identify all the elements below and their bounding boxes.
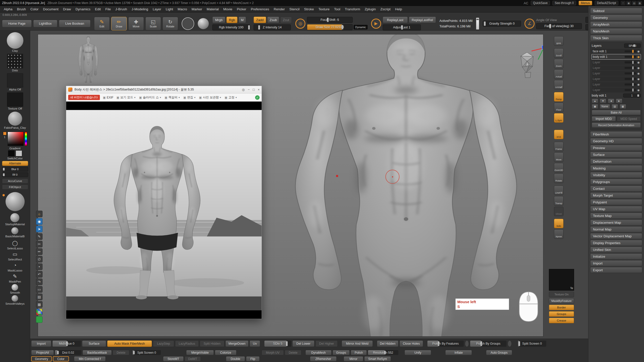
move-button[interactable]: Move	[554, 152, 564, 162]
layer-eye-icon[interactable]: ◉	[637, 66, 640, 70]
menu-item[interactable]: File	[103, 6, 113, 13]
import-mdd-button[interactable]: Import MDD	[592, 116, 616, 121]
brush-smoothvalleys[interactable]: SmoothValleys	[6, 295, 25, 305]
layer-arrow-button[interactable]: ◄	[608, 99, 614, 103]
menu-item[interactable]: J-Modeling	[129, 6, 150, 13]
bottom-bar-item[interactable]: MergeDown	[225, 340, 249, 347]
current-layer-name[interactable]: body edit 1	[592, 94, 622, 97]
xyz-button[interactable]: XYZ	[554, 130, 564, 139]
persp-button[interactable]: Persp	[554, 92, 564, 102]
bottom-bar-item[interactable]: Dist 0.02	[55, 350, 82, 355]
document-viewport[interactable]: Body 사진 레퍼런스 > 26e1c1eef58ae9ab0122abd39…	[38, 34, 543, 337]
bottom-bar-item[interactable]: StoreMT	[163, 356, 184, 361]
layer-intensity-slider[interactable]	[625, 78, 636, 80]
photo-window-titlebar[interactable]: Body 사진 레퍼런스 > 26e1c1eef58ae9ab0122abd39…	[66, 86, 262, 94]
monitor-icon[interactable]: ▭	[36, 286, 43, 293]
material-basicb[interactable]: BasicMaterialB	[5, 227, 25, 238]
alpha-off[interactable]: Alpha Off	[7, 73, 23, 91]
bottom-bar-item[interactable]: Import	[31, 340, 51, 347]
record-deformation-button[interactable]: Record Deformation Animation	[592, 122, 641, 128]
minimize-icon[interactable]: −	[248, 88, 250, 92]
scroll-button[interactable]: Scroll	[554, 48, 564, 58]
bottom-bar-item[interactable]: Split Screen 0	[518, 340, 546, 347]
mode-button[interactable]: ✎ Edit	[94, 17, 110, 30]
brush-clay[interactable]: Clay	[7, 32, 23, 52]
tool-section[interactable]: Import	[590, 260, 642, 266]
shelf-nav-button[interactable]: Live Boolean	[59, 20, 91, 27]
bottom-bar-item[interactable]	[508, 340, 512, 347]
zoom-button[interactable]: Zoom	[554, 59, 564, 68]
maximize-icon[interactable]: □	[253, 88, 255, 92]
menu-item[interactable]: Transform	[343, 6, 363, 13]
maskbyfeature-button[interactable]: MaskByFeature	[549, 298, 574, 304]
bottom-bar-item[interactable]: Unify	[405, 350, 431, 355]
scissors-icon[interactable]: ✂	[36, 241, 43, 247]
accucurve-button[interactable]: AccuCurve	[2, 178, 28, 184]
actual-button[interactable]: Actual	[554, 69, 564, 79]
layer-strength-slider[interactable]: 1	[623, 94, 641, 98]
pin-icon[interactable]: ◎	[242, 88, 245, 92]
see-through-slider[interactable]: See-through 0	[552, 1, 576, 5]
menu-item[interactable]: Marker	[189, 6, 205, 13]
dot-icon[interactable]: •	[36, 263, 43, 270]
layout-icon-2[interactable]: ▣	[626, 1, 631, 5]
brush-masklasso[interactable]: ◔ MaskLasso	[8, 262, 22, 272]
tool-section[interactable]: Masking	[590, 165, 642, 171]
bottom-bar-item[interactable]: Polish	[351, 350, 367, 355]
paint-mode-button[interactable]: Rgb	[226, 17, 237, 23]
texture-off[interactable]: Texture Off	[7, 93, 23, 110]
bottom-bar-item[interactable]: Geometry	[31, 356, 52, 361]
rotate-button[interactable]: Rotate	[554, 173, 564, 183]
border-button[interactable]: Border	[549, 305, 574, 310]
menu-item[interactable]: Stroke	[302, 6, 316, 13]
bottom-bar-item[interactable]: Polish By Groups	[470, 340, 507, 347]
lightbulb-icon[interactable]: ☼	[36, 211, 43, 217]
bottom-bar-item[interactable]: DelMT	[185, 356, 201, 361]
secondary-color-swatch[interactable]	[16, 150, 22, 156]
paint-mode-button[interactable]: M	[238, 17, 246, 23]
layer-intensity-slider[interactable]	[625, 61, 636, 63]
mode-button[interactable]: ↻ Rotate	[163, 17, 178, 30]
layer-row[interactable]: Layer ◉	[592, 65, 641, 70]
bake-all-button[interactable]: Bake All	[592, 110, 641, 115]
layout-icon-3[interactable]: ▤	[632, 1, 636, 5]
xpose-button[interactable]: Xpose	[554, 229, 564, 239]
bottom-bar-item[interactable]: Delete	[113, 350, 129, 355]
texture-thumbnail[interactable]: Te	[549, 269, 574, 291]
tool-section[interactable]: ArrayMesh	[590, 21, 642, 27]
material-preview-icon[interactable]	[198, 18, 209, 29]
brush-selectrect[interactable]: ▭ SelectRect	[8, 251, 22, 261]
layer-row[interactable]: face edit 1 ◉	[592, 49, 641, 54]
layer-row[interactable]: Layer ◉	[592, 82, 641, 87]
menu-item[interactable]: Macro	[175, 6, 189, 13]
sculpt-mode-button[interactable]: Zadd	[254, 17, 266, 23]
frame-button[interactable]: Frame	[554, 142, 564, 151]
sculpt-model[interactable]	[269, 34, 543, 337]
menu-item[interactable]: Material	[205, 6, 221, 13]
blur-slider[interactable]: Blur 0	[2, 167, 28, 171]
replay-button[interactable]: ReplayLastRel	[409, 17, 436, 23]
green-swatch-icon[interactable]: ■	[36, 316, 43, 323]
layer-tool-button[interactable]: ▤	[612, 104, 618, 109]
tool-section[interactable]: Texture Map	[590, 213, 642, 219]
bottom-bar-item[interactable]: Morph UV	[262, 350, 284, 355]
bottom-bar-item[interactable]: Del Hidden	[377, 340, 398, 347]
layer-tool-button[interactable]: ▦	[620, 104, 626, 109]
layer-tool-button[interactable]: ▣	[592, 104, 598, 109]
rf-slider[interactable]: Rf 0	[2, 172, 28, 177]
layer-row[interactable]: Layer ◉	[592, 71, 641, 76]
stroke-preview-icon[interactable]	[182, 17, 194, 30]
menu-item[interactable]: Zscript	[378, 6, 393, 13]
bottom-bar-item[interactable]: Polish By Features	[427, 340, 464, 347]
bottom-bar-item[interactable]: Min Connected f	[74, 356, 106, 361]
bottom-bar-item[interactable]: Mirror And Weld	[342, 340, 373, 347]
menu-item[interactable]: Color	[28, 6, 41, 13]
photo-menu-item[interactable]: ▣ 슬라이드 쇼 ▾	[139, 95, 161, 100]
shelf-nav-button[interactable]: LightBox	[33, 20, 57, 27]
bottom-bar-item[interactable]: Colorize	[215, 350, 236, 355]
menu-item[interactable]: Zplugin	[363, 6, 378, 13]
menu-item[interactable]: Brush	[15, 6, 28, 13]
switchcolor-label[interactable]: SwitchColor	[7, 157, 23, 160]
cursor-icon[interactable]: ➤	[36, 226, 43, 232]
hue-bar[interactable]	[25, 132, 27, 146]
